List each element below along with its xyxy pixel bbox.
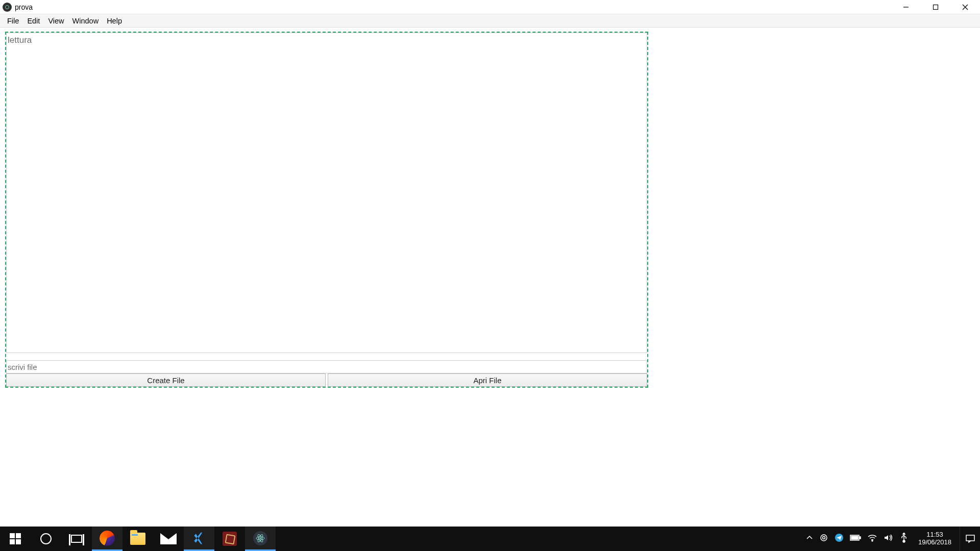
svg-point-9	[822, 537, 825, 539]
taskbar-file-explorer[interactable]	[122, 527, 153, 551]
electron-icon	[253, 531, 267, 545]
windows-logo-icon	[10, 533, 21, 544]
menu-help[interactable]: Help	[103, 17, 126, 25]
maximize-button[interactable]	[921, 0, 950, 14]
task-view-button[interactable]	[61, 527, 92, 551]
action-center-button[interactable]	[960, 527, 980, 551]
svg-point-15	[903, 540, 905, 542]
taskbar-clock[interactable]: 11:53 19/06/2018	[914, 531, 955, 546]
firefox-icon	[100, 531, 115, 546]
cortana-button[interactable]	[31, 527, 61, 551]
menu-view[interactable]: View	[44, 17, 68, 25]
clock-time: 11:53	[918, 531, 951, 539]
window-titlebar: prova	[0, 0, 980, 14]
divider	[6, 355, 647, 360]
clock-date: 19/06/2018	[918, 539, 951, 546]
svg-marker-16	[903, 533, 905, 534]
folder-icon	[130, 533, 145, 545]
svg-rect-13	[851, 536, 858, 539]
mail-icon	[160, 533, 177, 544]
start-button[interactable]	[0, 527, 31, 551]
svg-point-14	[872, 540, 873, 541]
window-controls	[891, 0, 980, 14]
create-file-button[interactable]: Create File	[6, 373, 326, 387]
taskbar-vscode[interactable]	[184, 527, 214, 551]
svg-point-8	[821, 535, 827, 541]
client-area: Create File Apri File	[0, 28, 980, 551]
task-view-icon	[71, 535, 82, 543]
taskbar-mail[interactable]	[153, 527, 184, 551]
system-tray: 11:53 19/06/2018	[806, 527, 960, 551]
taskbar-electron[interactable]	[245, 527, 276, 551]
svg-point-7	[260, 537, 261, 538]
taskbar-firefox[interactable]	[92, 527, 122, 551]
svg-rect-1	[934, 5, 938, 9]
tray-steelseries-icon[interactable]	[819, 533, 828, 544]
form-container: Create File Apri File	[5, 32, 648, 388]
tray-overflow-icon[interactable]	[806, 534, 813, 543]
tray-wifi-icon[interactable]	[867, 534, 877, 544]
write-input[interactable]	[6, 360, 647, 373]
taskbar-app-red[interactable]	[214, 527, 245, 551]
tray-telegram-icon[interactable]	[835, 533, 844, 544]
menu-edit[interactable]: Edit	[23, 17, 44, 25]
svg-rect-12	[860, 537, 861, 539]
vscode-icon	[192, 531, 206, 545]
circle-icon	[40, 533, 52, 544]
tray-battery-icon[interactable]	[850, 534, 861, 543]
menu-file[interactable]: File	[3, 17, 23, 25]
close-button[interactable]	[950, 0, 980, 14]
tray-usb-icon[interactable]	[900, 533, 908, 545]
menu-bar: File Edit View Window Help	[0, 14, 980, 28]
app-icon	[3, 3, 12, 12]
notification-icon	[965, 534, 975, 543]
svg-rect-17	[966, 535, 974, 541]
taskbar: 11:53 19/06/2018	[0, 527, 980, 551]
read-textarea[interactable]	[6, 33, 647, 353]
open-file-button[interactable]: Apri File	[328, 373, 647, 387]
window-title: prova	[15, 3, 33, 11]
red-app-icon	[223, 532, 237, 546]
tray-volume-icon[interactable]	[884, 534, 894, 544]
button-row: Create File Apri File	[6, 373, 647, 387]
minimize-button[interactable]	[891, 0, 921, 14]
menu-window[interactable]: Window	[68, 17, 103, 25]
